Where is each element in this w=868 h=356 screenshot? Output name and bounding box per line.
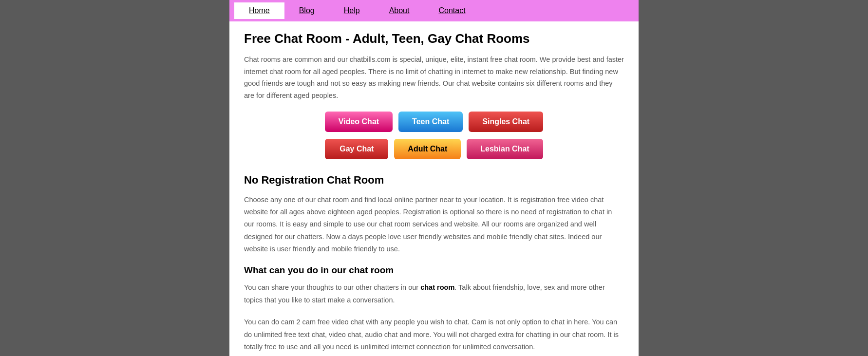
buttons-row-1: Video Chat Teen Chat Singles Chat [244, 112, 624, 132]
section2-text2: You can do cam 2 cam free video chat wit… [244, 316, 624, 353]
gay-chat-button[interactable]: Gay Chat [325, 139, 388, 159]
section2-title: What can you do in our chat room [244, 265, 624, 276]
video-chat-button[interactable]: Video Chat [325, 112, 393, 132]
nav-contact[interactable]: Contact [424, 6, 480, 15]
section1-text: Choose any one of our chat room and find… [244, 194, 624, 256]
section2-text1: You can share your thoughts to our other… [244, 281, 624, 306]
nav-home[interactable]: Home [234, 2, 284, 19]
intro-paragraph: Chat rooms are common and our chatbills.… [244, 54, 624, 102]
singles-chat-button[interactable]: Singles Chat [469, 112, 543, 132]
navigation: Home Blog Help About Contact [229, 0, 639, 21]
nav-blog[interactable]: Blog [284, 6, 329, 15]
section1-title: No Registration Chat Room [244, 174, 624, 187]
teen-chat-button[interactable]: Teen Chat [398, 112, 463, 132]
lesbian-chat-button[interactable]: Lesbian Chat [467, 139, 543, 159]
adult-chat-button[interactable]: Adult Chat [394, 139, 461, 159]
page-title: Free Chat Room - Adult, Teen, Gay Chat R… [244, 31, 624, 46]
buttons-row-2: Gay Chat Adult Chat Lesbian Chat [244, 139, 624, 159]
nav-help[interactable]: Help [329, 6, 375, 15]
nav-about[interactable]: About [375, 6, 424, 15]
main-content: Free Chat Room - Adult, Teen, Gay Chat R… [229, 21, 639, 356]
